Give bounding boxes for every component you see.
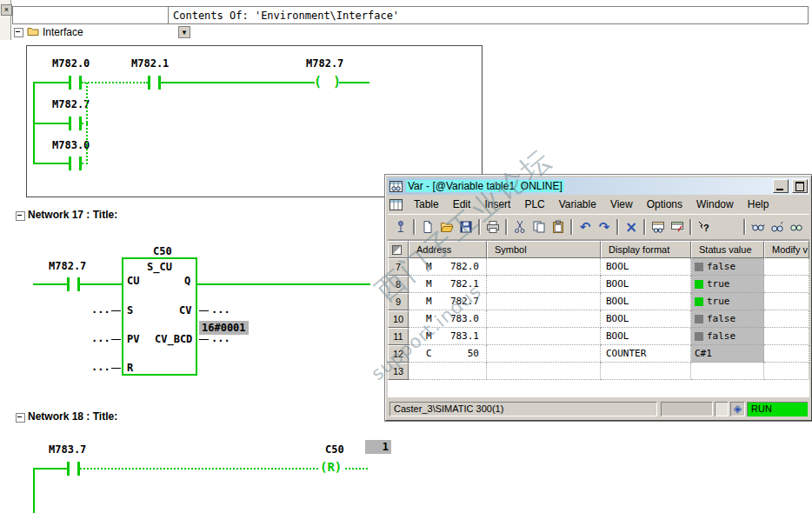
modify-value-cell[interactable] (764, 293, 809, 310)
contact-M782.7-n17[interactable] (67, 277, 80, 291)
operand-placeholder[interactable]: ... (91, 332, 110, 344)
row-number[interactable]: 11 (388, 328, 409, 345)
symbol-cell[interactable] (487, 363, 601, 380)
cut-icon[interactable] (510, 217, 529, 237)
network-title[interactable]: Network 17 : Title: (28, 209, 117, 221)
minimize-button[interactable] (773, 179, 789, 193)
symbol-cell[interactable] (487, 276, 601, 293)
operand-placeholder[interactable]: ... (211, 303, 230, 316)
paste-icon[interactable] (549, 217, 568, 237)
address-cell[interactable]: M783.1 (409, 328, 487, 345)
modify-value-cell[interactable] (764, 345, 809, 363)
redo-icon[interactable]: ↷ (595, 217, 614, 237)
modify-variables-icon[interactable] (787, 217, 806, 237)
menu-view[interactable]: View (604, 197, 639, 212)
row-number[interactable]: 7 (388, 258, 409, 276)
symbol-cell[interactable] (487, 293, 601, 310)
pin-stub (199, 339, 209, 340)
modify-value-cell[interactable] (764, 363, 809, 380)
wire (33, 82, 69, 83)
menu-table[interactable]: Table (408, 197, 445, 212)
format-cell[interactable]: BOOL (601, 276, 691, 293)
status-value-cell: true (691, 293, 764, 310)
contact-label: M783.7 (49, 443, 86, 456)
tree-expand-icon[interactable] (14, 28, 23, 37)
wire (33, 123, 69, 124)
modify-value-cell[interactable] (764, 328, 809, 345)
symbol-cell[interactable] (487, 345, 601, 363)
column-dropdown-button[interactable]: ▼ (178, 26, 190, 38)
address-cell[interactable]: M783.0 (409, 310, 487, 328)
pin-q: Q (184, 275, 190, 287)
print-icon[interactable] (483, 217, 503, 237)
row-number[interactable]: 12 (388, 345, 409, 363)
column-header-display-format[interactable]: Display format (601, 241, 691, 258)
format-cell[interactable]: BOOL (601, 293, 691, 310)
menu-plc[interactable]: PLC (518, 197, 550, 212)
menu-insert[interactable]: Insert (478, 197, 516, 212)
block-address-label: C50 (153, 245, 172, 257)
table-corner-header[interactable] (388, 241, 409, 258)
help-icon[interactable]: ? (695, 217, 714, 237)
modify-value-cell[interactable] (764, 258, 809, 276)
operand-placeholder[interactable]: ... (91, 303, 110, 316)
pin-icon[interactable] (391, 217, 410, 237)
symbol-cell[interactable] (487, 328, 601, 345)
open-icon[interactable] (437, 217, 456, 237)
format-cell[interactable] (601, 363, 691, 380)
monitor-trigger-icon[interactable] (768, 217, 787, 237)
contact-M782.0[interactable] (69, 76, 82, 90)
column-header-address[interactable]: Address (409, 241, 487, 258)
toolbar-separator (689, 219, 692, 235)
row-number[interactable]: 9 (388, 293, 409, 310)
titlebar[interactable]: Var - [@Variable table1 ONLINE] (388, 177, 809, 195)
column-header-modify-value[interactable]: Modify v (764, 241, 809, 258)
collapse-network-icon[interactable] (16, 211, 25, 221)
copy-icon[interactable] (529, 217, 549, 237)
address-cell[interactable]: M782.7 (409, 293, 487, 310)
format-cell[interactable]: BOOL (601, 328, 691, 345)
close-pane-button[interactable]: × (1, 4, 12, 16)
format-cell[interactable]: BOOL (601, 258, 691, 276)
maximize-button[interactable] (792, 179, 808, 193)
symbol-cell[interactable] (487, 258, 601, 276)
format-cell[interactable]: COUNTER (601, 345, 691, 363)
collapse-network-icon[interactable] (16, 413, 25, 423)
menu-help[interactable]: Help (742, 197, 775, 212)
new-icon[interactable] (418, 217, 437, 237)
modify-value-cell[interactable] (764, 310, 809, 328)
row-number[interactable]: 10 (388, 310, 409, 328)
symbol-cell[interactable] (487, 310, 601, 328)
address-cell[interactable]: C50 (409, 345, 487, 363)
modify-table-icon[interactable] (668, 217, 687, 237)
menu-variable[interactable]: Variable (553, 197, 602, 212)
pin-stub (111, 339, 121, 340)
menu-window[interactable]: Window (690, 197, 740, 212)
status-square-icon (695, 280, 703, 289)
contact-M782.1[interactable] (148, 76, 161, 90)
menu-edit[interactable]: Edit (447, 197, 477, 212)
row-number[interactable]: 13 (388, 363, 409, 380)
format-cell[interactable]: BOOL (601, 310, 691, 328)
row-number[interactable]: 8 (388, 276, 409, 293)
monitor-table-icon[interactable] (649, 217, 668, 237)
contact-M782.7-branch[interactable] (69, 117, 82, 130)
delete-row-icon[interactable]: × (622, 217, 641, 237)
contact-M783.7[interactable] (67, 462, 80, 476)
interface-tree-item[interactable]: Interface (14, 26, 83, 40)
menu-options[interactable]: Options (641, 197, 689, 212)
save-icon[interactable] (456, 217, 476, 237)
address-cell[interactable] (409, 363, 487, 380)
operand-placeholder[interactable]: ... (211, 332, 230, 344)
column-header-status-value[interactable]: Status value (691, 241, 764, 258)
contact-M783.0[interactable] (69, 157, 82, 170)
column-header-symbol[interactable]: Symbol (487, 241, 601, 258)
network-title[interactable]: Network 18 : Title: (28, 410, 117, 423)
reset-coil[interactable]: (R) (320, 460, 342, 474)
monitor-variables-icon[interactable] (749, 217, 768, 237)
operand-placeholder[interactable]: ... (91, 361, 110, 373)
undo-icon[interactable]: ↶ (576, 217, 595, 237)
address-cell[interactable]: M782.1 (409, 276, 487, 293)
modify-value-cell[interactable] (764, 276, 809, 293)
address-cell[interactable]: M782.0 (409, 258, 487, 276)
